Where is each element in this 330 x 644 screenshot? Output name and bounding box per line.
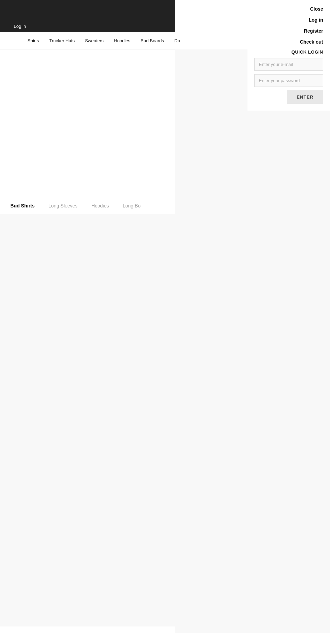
- checkout-link[interactable]: Check out: [254, 36, 323, 47]
- header-login-link[interactable]: Log in: [14, 24, 26, 29]
- sub-nav-hoodies[interactable]: Hoodies: [91, 203, 109, 208]
- nav-item-shirts[interactable]: Shirts: [28, 38, 39, 43]
- close-link[interactable]: Close: [254, 3, 323, 14]
- nav-item-trucker-hats[interactable]: Trucker Hats: [49, 38, 75, 43]
- nav-item-bud-boards[interactable]: Bud Boards: [141, 38, 164, 43]
- main-content: Bud Shirts Long Sleeves Hoodies Long Bo: [0, 49, 330, 633]
- register-link[interactable]: Register: [254, 25, 323, 36]
- left-panel: Bud Shirts Long Sleeves Hoodies Long Bo: [0, 49, 175, 633]
- sub-nav-long-sleeves[interactable]: Long Sleeves: [48, 203, 78, 208]
- quick-login-heading: QUICK LOGIN: [254, 49, 323, 55]
- content-grid: [0, 214, 175, 626]
- right-panel: [175, 49, 330, 633]
- dropdown-panel: Close Log in Register Check out QUICK LO…: [248, 0, 330, 111]
- enter-button[interactable]: ENTER: [287, 90, 323, 104]
- nav-item-do[interactable]: Do: [174, 38, 180, 43]
- nav-item-sweaters[interactable]: Sweaters: [85, 38, 103, 43]
- nav-bar: Shirts Trucker Hats Sweaters Hoodies Bud…: [0, 32, 175, 49]
- site-header: Log in: [0, 0, 175, 32]
- password-input[interactable]: [254, 74, 323, 87]
- sub-nav-bud-shirts[interactable]: Bud Shirts: [10, 203, 35, 208]
- email-input[interactable]: [254, 58, 323, 71]
- login-link[interactable]: Log in: [254, 14, 323, 25]
- nav-item-hoodies[interactable]: Hoodies: [114, 38, 130, 43]
- sub-nav: Bud Shirts Long Sleeves Hoodies Long Bo: [0, 197, 175, 214]
- sub-nav-long-bo[interactable]: Long Bo: [123, 203, 141, 208]
